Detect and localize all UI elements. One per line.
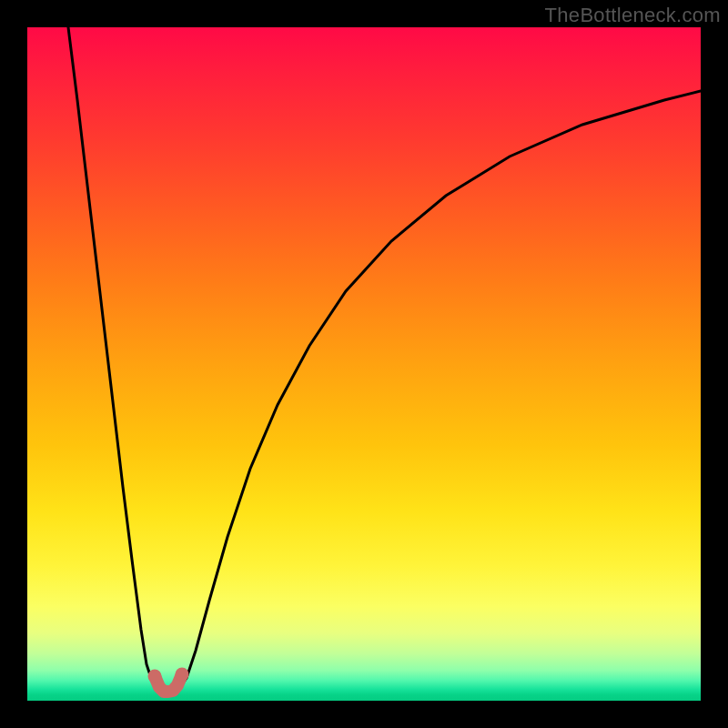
watermark-text: TheBottleneck.com — [545, 4, 721, 27]
plot-area — [27, 27, 701, 701]
bottleneck-curve — [27, 27, 701, 701]
vertex-marker-dot-left — [148, 670, 162, 683]
vertex-marker-dot-right — [176, 668, 189, 682]
chart-frame: TheBottleneck.com — [0, 0, 728, 728]
curve-right-branch — [180, 91, 701, 687]
curve-left-branch — [68, 27, 157, 687]
